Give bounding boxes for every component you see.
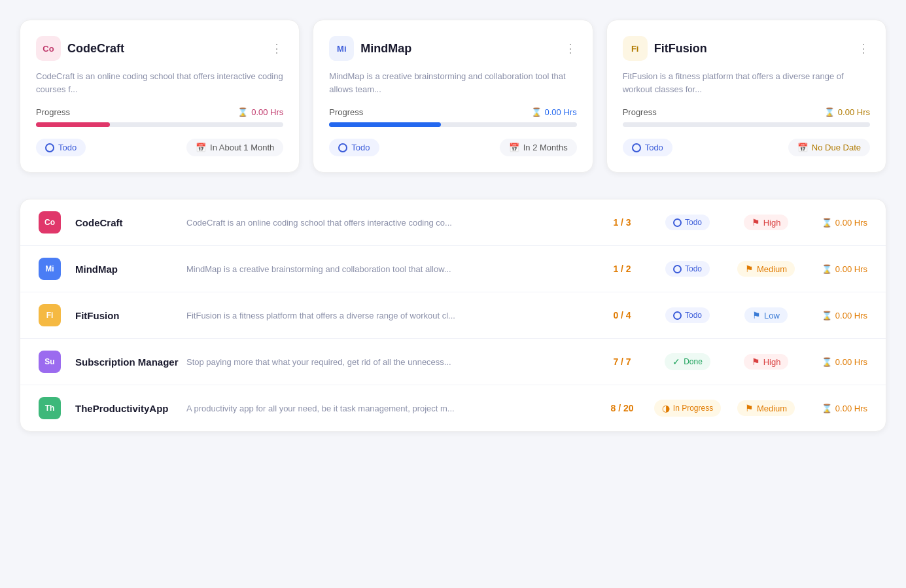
progress-label: Progress — [36, 107, 70, 117]
card-header-mindmap: Mi MindMap ⋮ — [329, 36, 576, 61]
card-header-fitfusion: Fi FitFusion ⋮ — [623, 36, 870, 61]
row-desc-productivity-app: A productivity app for all your need, be… — [186, 404, 586, 413]
progress-label-row: Progress ⌛ 0.00 Hrs — [36, 107, 283, 117]
row-count-codecraft: 1 / 3 — [599, 217, 645, 228]
status-pill-fitfusion[interactable]: Todo — [665, 307, 710, 323]
row-hours-fitfusion: ⌛ 0.00 Hrs — [802, 311, 867, 320]
table-row[interactable]: Mi MindMap MindMap is a creative brainst… — [20, 246, 886, 292]
table-row[interactable]: Fi FitFusion FitFusion is a fitness plat… — [20, 292, 886, 339]
card-title-codecraft: CodeCraft — [67, 42, 124, 56]
row-priority-fitfusion[interactable]: ⚑ Low — [730, 307, 802, 323]
status-pill-subscription-manager[interactable]: ✓ Done — [665, 353, 710, 370]
status-pill-mindmap[interactable]: Todo — [665, 261, 710, 277]
hourglass-icon: ⌛ — [824, 107, 835, 117]
more-options-icon-mindmap[interactable]: ⋮ — [565, 41, 577, 56]
progress-section-fitfusion: Progress ⌛ 0.00 Hrs — [623, 107, 870, 127]
status-label: Todo — [58, 143, 77, 152]
hourglass-icon: ⌛ — [822, 218, 832, 228]
status-label: Todo — [351, 143, 370, 152]
col-avatar: Co — [39, 211, 66, 233]
row-name-mindmap: MindMap — [75, 264, 186, 275]
progress-label: Progress — [329, 107, 363, 117]
row-status-subscription-manager[interactable]: ✓ Done — [645, 353, 730, 370]
status-chip-mindmap[interactable]: Todo — [329, 139, 379, 156]
status-chip-codecraft[interactable]: Todo — [36, 139, 86, 156]
todo-circle-icon — [673, 218, 682, 227]
priority-pill-productivity-app[interactable]: ⚑ Medium — [737, 400, 795, 416]
hourglass-icon: ⌛ — [822, 264, 832, 274]
flag-icon: ⚑ — [752, 356, 760, 367]
col-avatar: Su — [39, 351, 66, 373]
progress-bar-bg-codecraft — [36, 122, 283, 127]
row-status-mindmap[interactable]: Todo — [645, 261, 730, 277]
col-avatar: Fi — [39, 304, 66, 326]
flag-icon: ⚑ — [745, 264, 754, 274]
row-name-subscription-manager: Subscription Manager — [75, 356, 186, 368]
row-hours-codecraft: ⌛ 0.00 Hrs — [802, 218, 867, 228]
card-footer-codecraft: Todo 📅 In About 1 Month — [36, 139, 283, 156]
priority-pill-codecraft[interactable]: ⚑ High — [744, 215, 789, 230]
row-hours-productivity-app: ⌛ 0.00 Hrs — [802, 404, 867, 413]
priority-pill-mindmap[interactable]: ⚑ Medium — [737, 261, 795, 277]
row-priority-mindmap[interactable]: ⚑ Medium — [730, 261, 802, 277]
due-label: In 2 Months — [523, 143, 568, 152]
row-status-productivity-app[interactable]: ◑ In Progress — [645, 400, 730, 417]
status-chip-fitfusion[interactable]: Todo — [623, 139, 672, 156]
avatar-mindmap: Mi — [329, 36, 354, 61]
progress-label: Progress — [623, 107, 657, 117]
row-name-codecraft: CodeCraft — [75, 217, 186, 228]
status-pill-codecraft[interactable]: Todo — [665, 215, 710, 230]
card-title-fitfusion: FitFusion — [654, 42, 707, 56]
more-options-icon-fitfusion[interactable]: ⋮ — [858, 41, 870, 56]
card-header-left: Fi FitFusion — [623, 36, 707, 61]
row-name-fitfusion: FitFusion — [75, 310, 186, 321]
cards-section: Co CodeCraft ⋮ CodeCraft is an online co… — [20, 20, 886, 173]
row-avatar-fitfusion: Fi — [39, 304, 61, 326]
flag-icon: ⚑ — [752, 310, 761, 320]
card-header-codecraft: Co CodeCraft ⋮ — [36, 36, 283, 61]
due-chip-mindmap[interactable]: 📅 In 2 Months — [500, 139, 577, 156]
priority-pill-subscription-manager[interactable]: ⚑ High — [744, 354, 789, 370]
more-options-icon-codecraft[interactable]: ⋮ — [271, 41, 283, 56]
row-priority-codecraft[interactable]: ⚑ High — [730, 215, 802, 230]
due-chip-fitfusion[interactable]: 📅 No Due Date — [788, 139, 870, 156]
row-priority-productivity-app[interactable]: ⚑ Medium — [730, 400, 802, 416]
due-chip-codecraft[interactable]: 📅 In About 1 Month — [186, 139, 283, 156]
table-row[interactable]: Co CodeCraft CodeCraft is an online codi… — [20, 199, 886, 246]
status-circle-icon — [338, 143, 347, 152]
status-text: Todo — [685, 218, 702, 227]
row-avatar-subscription-manager: Su — [39, 351, 61, 373]
row-status-fitfusion[interactable]: Todo — [645, 307, 730, 323]
card-footer-fitfusion: Todo 📅 No Due Date — [623, 139, 870, 156]
status-text: Done — [684, 357, 703, 366]
row-hours-mindmap: ⌛ 0.00 Hrs — [802, 264, 867, 274]
col-avatar: Th — [39, 397, 66, 419]
progress-bar-bg-mindmap — [329, 122, 576, 127]
status-pill-productivity-app[interactable]: ◑ In Progress — [654, 400, 721, 417]
avatar-fitfusion: Fi — [623, 36, 648, 61]
inprogress-icon: ◑ — [662, 403, 670, 413]
hours-badge-fitfusion: ⌛ 0.00 Hrs — [824, 107, 870, 117]
card-description-fitfusion: FitFusion is a fitness platform that off… — [623, 70, 870, 95]
card-header-left: Co CodeCraft — [36, 36, 124, 61]
table-row[interactable]: Th TheProductivityApp A productivity app… — [20, 385, 886, 431]
hours-value: 0.00 Hrs — [835, 404, 867, 413]
card-description-codecraft: CodeCraft is an online coding school tha… — [36, 70, 283, 95]
table-row[interactable]: Su Subscription Manager Stop paying more… — [20, 339, 886, 385]
row-priority-subscription-manager[interactable]: ⚑ High — [730, 354, 802, 370]
card-mindmap: Mi MindMap ⋮ MindMap is a creative brain… — [313, 20, 593, 173]
row-desc-mindmap: MindMap is a creative brainstorming and … — [186, 264, 586, 274]
row-avatar-codecraft: Co — [39, 211, 61, 233]
row-count-productivity-app: 8 / 20 — [599, 403, 645, 413]
row-count-subscription-manager: 7 / 7 — [599, 356, 645, 367]
calendar-icon: 📅 — [196, 143, 206, 152]
card-codecraft: Co CodeCraft ⋮ CodeCraft is an online co… — [20, 20, 300, 173]
hours-value: 0.00 Hrs — [835, 311, 867, 320]
status-label: Todo — [645, 143, 663, 152]
row-count-mindmap: 1 / 2 — [599, 264, 645, 274]
priority-pill-fitfusion[interactable]: ⚑ Low — [744, 307, 788, 323]
calendar-icon: 📅 — [797, 143, 808, 152]
row-hours-subscription-manager: ⌛ 0.00 Hrs — [802, 357, 867, 367]
row-status-codecraft[interactable]: Todo — [645, 215, 730, 230]
hourglass-icon: ⌛ — [822, 404, 832, 413]
